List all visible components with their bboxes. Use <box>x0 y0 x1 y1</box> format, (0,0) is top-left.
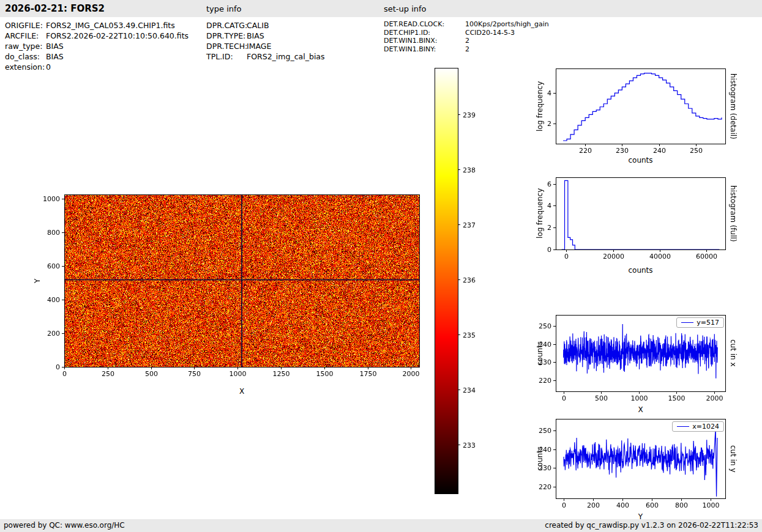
meta-row-origfile: ORIGFILE: FORS2_IMG_CAL053.49.CHIP1.fits <box>5 20 189 31</box>
meta-value: BIAS <box>46 41 64 51</box>
meta-value: FORS2.2026-02-22T10:10:50.640.fits <box>46 31 189 41</box>
meta-row-extension: extension: 0 <box>5 62 189 72</box>
cut-in-x-chart: y=517 X counts cut in x <box>529 311 741 421</box>
meta-row-doclass: do_class: BIAS <box>5 51 189 62</box>
histogram-full-chart: counts log frequency histogram (full) <box>529 173 741 283</box>
right-side-label: cut in x <box>729 315 738 391</box>
meta-label: do_class: <box>5 51 46 62</box>
meta-row-rawtype: raw_type: BIAS <box>5 41 189 51</box>
meta-row-binx: DET.WIN1.BINX: 2 <box>384 37 549 45</box>
meta-label: DET.WIN1.BINX: <box>384 37 465 45</box>
y-axis-label: counts <box>536 315 544 391</box>
meta-value: 2 <box>465 45 469 54</box>
meta-row-biny: DET.WIN1.BINY: 2 <box>384 45 549 54</box>
meta-label: ARCFILE: <box>5 31 46 41</box>
meta-value: 100Kps/2ports/high_gain <box>465 20 549 29</box>
meta-value: FORS2_img_cal_bias <box>247 51 325 62</box>
x-axis-label: X <box>64 387 419 396</box>
qc-report-page: 2026-02-21: FORS2 type info set-up info … <box>0 0 762 532</box>
meta-value: 0 <box>46 62 51 72</box>
meta-label: DPR.TYPE: <box>206 31 247 41</box>
x-axis-label: X <box>556 405 725 414</box>
histogram-detail-canvas <box>529 64 731 156</box>
x-axis-label: counts <box>556 156 725 164</box>
type-info-block: DPR.CATG: CALIB DPR.TYPE: BIAS DPR.TECH:… <box>206 20 325 62</box>
meta-row-dprtech: DPR.TECH: IMAGE <box>206 41 325 51</box>
meta-value: BIAS <box>46 51 64 62</box>
meta-label: ORIGFILE: <box>5 20 46 31</box>
meta-row-chipid: DET.CHIP1.ID: CCID20-14-5-3 <box>384 29 549 37</box>
legend-label: y=517 <box>697 319 719 327</box>
histogram-detail-chart: counts log frequency histogram (detail) <box>529 64 741 173</box>
meta-label: DET.READ.CLOCK: <box>384 20 465 29</box>
legend: y=517 <box>676 317 724 328</box>
y-axis-label: log frequency <box>536 177 544 249</box>
meta-value: CALIB <box>247 20 269 31</box>
meta-label: DET.WIN1.BINY: <box>384 45 465 54</box>
meta-row-tplid: TPL.ID: FORS2_img_cal_bias <box>206 51 325 62</box>
colorbar-canvas <box>433 67 491 498</box>
y-axis-label: counts <box>536 419 544 498</box>
right-side-label: cut in y <box>729 419 738 498</box>
meta-row-readclock: DET.READ.CLOCK: 100Kps/2ports/high_gain <box>384 20 549 29</box>
meta-value: 2 <box>465 37 469 45</box>
meta-label: DPR.CATG: <box>206 20 247 31</box>
legend-line-swatch <box>677 426 689 427</box>
meta-value: IMAGE <box>247 41 271 51</box>
right-side-label: histogram (detail) <box>729 68 738 144</box>
bottom-bar: powered by QC: www.eso.org/HC created by… <box>0 519 762 532</box>
bias-image-chart: X Y <box>24 183 428 401</box>
meta-label: extension: <box>5 62 46 72</box>
meta-value: BIAS <box>247 31 264 41</box>
meta-label: DPR.TECH: <box>206 41 247 51</box>
meta-label: DET.CHIP1.ID: <box>384 29 465 37</box>
setup-info-block: DET.READ.CLOCK: 100Kps/2ports/high_gain … <box>384 20 549 53</box>
file-info-block: ORIGFILE: FORS2_IMG_CAL053.49.CHIP1.fits… <box>5 20 189 72</box>
legend-line-swatch <box>681 322 693 323</box>
cut-in-y-chart: x=1024 Y counts cut in y <box>529 415 741 528</box>
meta-label: raw_type: <box>5 41 46 51</box>
meta-value: CCID20-14-5-3 <box>465 29 515 37</box>
page-title: 2026-02-21: FORS2 <box>5 3 105 14</box>
y-axis-label: Y <box>33 194 42 367</box>
colorbar <box>433 67 491 498</box>
bias-image-canvas <box>24 183 428 385</box>
meta-value: FORS2_IMG_CAL053.49.CHIP1.fits <box>46 20 175 31</box>
footer-left: powered by QC: www.eso.org/HC <box>4 521 125 530</box>
meta-label: TPL.ID: <box>206 51 247 62</box>
legend: x=1024 <box>672 421 724 432</box>
right-side-label: histogram (full) <box>729 177 738 249</box>
legend-label: x=1024 <box>692 423 719 430</box>
histogram-full-canvas <box>529 173 731 265</box>
top-bar: 2026-02-21: FORS2 type info set-up info <box>0 0 762 17</box>
meta-row-dprcatg: DPR.CATG: CALIB <box>206 20 325 31</box>
setup-info-header: set-up info <box>384 4 427 13</box>
type-info-header: type info <box>206 4 242 13</box>
x-axis-label: counts <box>556 266 725 275</box>
meta-row-dprtype: DPR.TYPE: BIAS <box>206 31 325 41</box>
meta-row-arcfile: ARCFILE: FORS2.2026-02-22T10:10:50.640.f… <box>5 31 189 41</box>
y-axis-label: log frequency <box>536 68 544 144</box>
footer-right: created by qc_rawdisp.py v1.2.3 on 2026-… <box>545 521 758 530</box>
